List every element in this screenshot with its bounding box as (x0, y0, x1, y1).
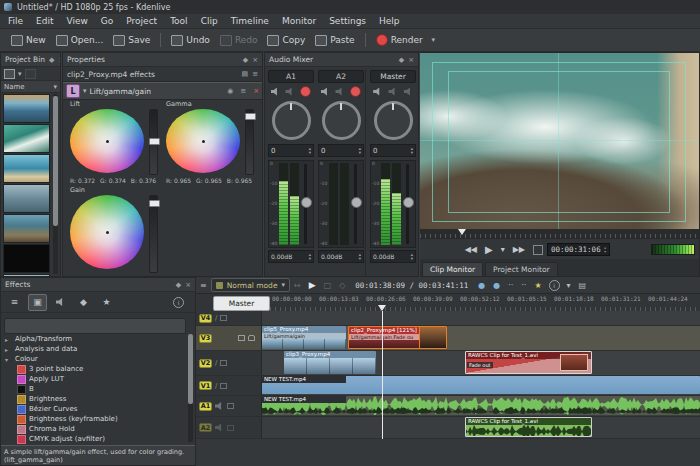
balance-knob[interactable] (272, 101, 311, 140)
spacer-tool-icon[interactable]: ↔ (294, 281, 301, 290)
clip-newtest-video[interactable]: NEW TEST.mp4 (262, 376, 700, 394)
render-button[interactable]: Render ▾ (371, 32, 440, 48)
timecode-spinner[interactable]: ▴▾ (604, 246, 607, 253)
clip-clip3[interactable]: clip3_Proxy.mp4 (284, 351, 376, 374)
track-audio-icon[interactable] (215, 424, 224, 432)
add-clip-icon[interactable] (4, 69, 15, 79)
tab-clip-monitor[interactable]: Clip Monitor (422, 262, 483, 276)
track-header-a2[interactable]: A2 (196, 417, 262, 438)
track-lock-icon[interactable] (227, 425, 234, 431)
bin-clip-thumbnail[interactable] (3, 124, 50, 153)
monitor-icon[interactable] (285, 88, 294, 96)
track-lock-icon[interactable] (220, 360, 227, 366)
clip-newtest-audio[interactable]: NEW TEST.mp4 (262, 396, 700, 415)
effect-item-brightness-keyframable-[interactable]: Brightness (keyframable) (1, 414, 189, 424)
record-icon[interactable] (350, 86, 361, 97)
db-spinbox[interactable]: 0.00dB▴▾ (318, 250, 364, 263)
track-badge-v4[interactable]: V4 (199, 314, 212, 323)
close-panel-icon[interactable]: × (252, 56, 258, 64)
clip-clip2-selected[interactable]: clip2_Proxy.mp4 [121%] Lift/gamma/gain,F… (348, 326, 447, 349)
effect-row-header[interactable]: L ▾ Lift/gamma/gain ◉ ≡ × (63, 82, 262, 100)
track-v4[interactable]: V4 ∕ (196, 311, 700, 326)
track-target-icon[interactable]: ∕ (215, 315, 217, 321)
volume-slider-handle[interactable] (351, 197, 362, 208)
menu-help[interactable]: Help (379, 16, 400, 26)
track-lock-icon[interactable] (248, 335, 255, 341)
gamma-slider[interactable] (245, 109, 254, 175)
clip-rawcs-video[interactable]: RAWCS Clip for Test_1.avi Fade out (465, 351, 592, 374)
bin-clip-thumbnail[interactable] (3, 94, 50, 123)
effect-item-b-zier-curves[interactable]: Bézier Curves (1, 404, 189, 414)
audio-effects-icon[interactable] (51, 294, 70, 311)
menu-go[interactable]: Go (101, 16, 113, 26)
db-spinbox[interactable]: 0.00dB▴▾ (268, 250, 314, 263)
track-a2[interactable]: A2 RAWCS Clip for Test_1.avi (196, 417, 700, 439)
gain-color-wheel[interactable] (70, 195, 144, 269)
save-button[interactable]: Save (108, 33, 155, 48)
timeline-ruler[interactable]: 00:00:00:0000:00:13:0300:00:26:0600:00:3… (196, 294, 700, 312)
clip-clip5[interactable]: clip5_Proxy.mp4 Lift/gamma/gain (262, 326, 346, 349)
undo-button[interactable]: Undo (166, 33, 215, 48)
monitor-playhead[interactable] (458, 229, 466, 235)
spinner-arrows[interactable]: ▴▾ (411, 147, 413, 154)
bin-scrollbar[interactable] (53, 94, 58, 274)
chevron-right-icon[interactable]: ▸ (5, 346, 12, 353)
effects-category-colour[interactable]: ▾Colour (1, 354, 189, 364)
mix-clips-icon[interactable]: ·· (508, 281, 513, 290)
effect-item-3-point-balance[interactable]: 3 point balance (1, 364, 189, 374)
video-effects-icon[interactable]: ▣ (28, 294, 47, 311)
effect-item-cmyk-adjust-avfilter-[interactable]: CMYK adjust (avfilter) (1, 434, 189, 444)
track-badge-a2[interactable]: A2 (199, 423, 212, 432)
track-header-v1[interactable]: V1 ∕ (196, 376, 262, 395)
track-header-v3[interactable]: V3 (196, 326, 262, 350)
float-panel-icon[interactable]: ◆ (176, 281, 181, 289)
menu-timeline[interactable]: Timeline (231, 16, 269, 26)
track-badge-v2[interactable]: V2 (199, 359, 212, 368)
zone-icon[interactable] (533, 245, 543, 255)
track-lock-icon[interactable] (220, 315, 227, 321)
gain-spinbox[interactable]: 0▴▾ (318, 144, 364, 157)
delete-effect-icon[interactable]: × (253, 87, 259, 95)
gamma-color-wheel[interactable] (166, 109, 240, 173)
track-lock-icon[interactable] (227, 403, 234, 409)
monitor-ruler[interactable] (420, 229, 699, 238)
menu-file[interactable]: File (8, 16, 23, 26)
effects-header[interactable]: Effects ◆× (1, 278, 195, 292)
menu-monitor[interactable]: Monitor (282, 16, 316, 26)
track-badge-a1[interactable]: A1 (199, 402, 212, 411)
collapse-effect-icon[interactable]: ▾ (83, 87, 87, 95)
effects-category-alpha-transform[interactable]: ▸Alpha/Transform (1, 334, 189, 344)
timeline-play-icon[interactable]: ▶ (309, 280, 316, 290)
bin-clip-thumbnail[interactable] (3, 214, 50, 243)
rewind-icon[interactable]: ◀◀ (465, 245, 477, 254)
effects-scrollbar[interactable] (188, 334, 193, 442)
open-button[interactable]: Open... (51, 33, 109, 48)
effect-item-chroma-hold[interactable]: Chroma Hold (1, 424, 189, 434)
close-panel-icon[interactable]: × (185, 281, 191, 289)
play-options-icon[interactable]: ▾ (501, 245, 505, 254)
float-panel-icon[interactable]: ◆ (49, 56, 54, 64)
zone-in-icon[interactable]: ● (478, 281, 485, 290)
title-bar[interactable]: Untitled* / HD 1080p 25 fps - Kdenlive (0, 0, 700, 14)
copy-button[interactable]: Copy (262, 33, 310, 48)
float-panel-icon[interactable]: ◆ (243, 56, 248, 64)
menu-settings[interactable]: Settings (329, 16, 366, 26)
gain-spinbox[interactable]: 0▴▾ (268, 144, 314, 157)
spinner-arrows[interactable]: ▴▾ (359, 147, 361, 154)
track-v3[interactable]: V3 clip5_Proxy.mp4 Lift/gamma/gain clip2… (196, 326, 700, 351)
playhead-line[interactable] (382, 311, 383, 439)
monitor-icon[interactable] (335, 88, 344, 96)
menu-view[interactable]: View (67, 16, 88, 26)
show-keyframes-icon[interactable]: ◉ (227, 87, 233, 95)
chevron-down-icon[interactable]: ▾ (567, 281, 571, 290)
mixer-toggle-icon[interactable]: ▤ (579, 281, 587, 290)
lift-color-wheel[interactable] (70, 109, 144, 173)
effect-stack-menu-icon[interactable]: ≡ (252, 70, 258, 78)
all-effects-icon[interactable]: ≡ (5, 294, 24, 311)
fade-out-label[interactable]: Fade out (467, 362, 493, 368)
effects-category-analysis-and-data[interactable]: ▸Analysis and data (1, 344, 189, 354)
spinner-arrows[interactable]: ▴▾ (309, 147, 311, 154)
create-folder-icon[interactable] (25, 69, 36, 79)
menu-clip[interactable]: Clip (201, 16, 218, 26)
track-lock-icon[interactable] (220, 383, 227, 389)
